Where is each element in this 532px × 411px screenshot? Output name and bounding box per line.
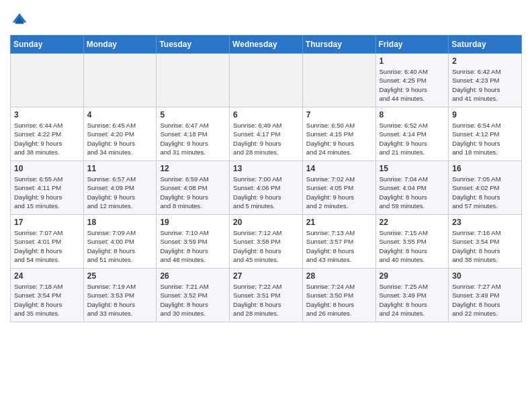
- day-info: Sunrise: 6:49 AM Sunset: 4:17 PM Dayligh…: [233, 121, 299, 156]
- day-number: 19: [160, 218, 226, 227]
- day-number: 4: [87, 110, 153, 120]
- day-info: Sunrise: 6:55 AM Sunset: 4:11 PM Dayligh…: [14, 175, 80, 210]
- weekday-header-friday: Friday: [375, 36, 449, 54]
- day-number: 17: [14, 218, 80, 227]
- calendar-cell: 29Sunrise: 7:25 AM Sunset: 3:49 PM Dayli…: [375, 269, 449, 322]
- calendar-table: SundayMondayTuesdayWednesdayThursdayFrid…: [10, 35, 522, 322]
- day-number: 25: [87, 271, 153, 281]
- calendar-week-3: 10Sunrise: 6:55 AM Sunset: 4:11 PM Dayli…: [11, 161, 522, 215]
- day-info: Sunrise: 7:04 AM Sunset: 4:04 PM Dayligh…: [380, 175, 445, 210]
- day-info: Sunrise: 6:50 AM Sunset: 4:15 PM Dayligh…: [306, 121, 372, 156]
- day-info: Sunrise: 7:02 AM Sunset: 4:05 PM Dayligh…: [306, 175, 372, 210]
- weekday-header-sunday: Sunday: [11, 36, 84, 54]
- day-number: 6: [233, 110, 299, 120]
- day-info: Sunrise: 7:22 AM Sunset: 3:51 PM Dayligh…: [233, 282, 299, 318]
- day-number: 18: [87, 218, 153, 227]
- calendar-cell: 2Sunrise: 6:42 AM Sunset: 4:23 PM Daylig…: [449, 54, 522, 107]
- calendar-cell: 23Sunrise: 7:16 AM Sunset: 3:54 PM Dayli…: [449, 215, 522, 269]
- day-number: 26: [160, 271, 226, 281]
- day-number: 8: [380, 110, 445, 120]
- day-info: Sunrise: 7:19 AM Sunset: 3:53 PM Dayligh…: [87, 282, 153, 318]
- calendar-week-4: 17Sunrise: 7:07 AM Sunset: 4:01 PM Dayli…: [11, 215, 522, 269]
- calendar-cell: 1Sunrise: 6:40 AM Sunset: 4:25 PM Daylig…: [375, 54, 449, 107]
- day-number: 1: [380, 56, 445, 66]
- calendar-week-2: 3Sunrise: 6:44 AM Sunset: 4:22 PM Daylig…: [11, 107, 522, 161]
- logo-icon: [10, 11, 29, 30]
- day-info: Sunrise: 7:24 AM Sunset: 3:50 PM Dayligh…: [306, 282, 372, 318]
- calendar-header: SundayMondayTuesdayWednesdayThursdayFrid…: [11, 36, 522, 54]
- calendar-cell: 19Sunrise: 7:10 AM Sunset: 3:59 PM Dayli…: [157, 215, 230, 269]
- day-info: Sunrise: 6:44 AM Sunset: 4:22 PM Dayligh…: [14, 121, 80, 156]
- calendar-cell: 30Sunrise: 7:27 AM Sunset: 3:49 PM Dayli…: [449, 269, 522, 322]
- day-info: Sunrise: 7:15 AM Sunset: 3:55 PM Dayligh…: [380, 228, 445, 264]
- calendar-cell: [302, 54, 375, 107]
- day-number: 30: [452, 271, 518, 281]
- calendar-cell: [157, 54, 230, 107]
- calendar-cell: 26Sunrise: 7:21 AM Sunset: 3:52 PM Dayli…: [157, 269, 230, 322]
- day-info: Sunrise: 7:16 AM Sunset: 3:54 PM Dayligh…: [452, 228, 518, 264]
- day-number: 9: [452, 110, 518, 120]
- calendar-cell: [83, 54, 157, 107]
- day-info: Sunrise: 7:09 AM Sunset: 4:00 PM Dayligh…: [87, 228, 153, 264]
- day-info: Sunrise: 6:52 AM Sunset: 4:14 PM Dayligh…: [380, 121, 445, 156]
- weekday-header-tuesday: Tuesday: [157, 36, 230, 54]
- day-number: 28: [306, 271, 372, 281]
- day-number: 24: [14, 271, 80, 281]
- calendar-cell: 21Sunrise: 7:13 AM Sunset: 3:57 PM Dayli…: [302, 215, 375, 269]
- day-number: 20: [233, 218, 299, 227]
- calendar-cell: 28Sunrise: 7:24 AM Sunset: 3:50 PM Dayli…: [302, 269, 375, 322]
- calendar-cell: [11, 54, 84, 107]
- calendar-body: 1Sunrise: 6:40 AM Sunset: 4:25 PM Daylig…: [11, 54, 522, 322]
- weekday-header-saturday: Saturday: [449, 36, 522, 54]
- calendar-week-1: 1Sunrise: 6:40 AM Sunset: 4:25 PM Daylig…: [11, 54, 522, 107]
- calendar-cell: 22Sunrise: 7:15 AM Sunset: 3:55 PM Dayli…: [375, 215, 449, 269]
- weekday-header-row: SundayMondayTuesdayWednesdayThursdayFrid…: [11, 36, 522, 54]
- day-info: Sunrise: 7:07 AM Sunset: 4:01 PM Dayligh…: [14, 228, 80, 264]
- calendar-cell: 24Sunrise: 7:18 AM Sunset: 3:54 PM Dayli…: [11, 269, 84, 322]
- calendar-cell: 13Sunrise: 7:00 AM Sunset: 4:06 PM Dayli…: [230, 161, 303, 215]
- calendar-cell: 9Sunrise: 6:54 AM Sunset: 4:12 PM Daylig…: [449, 107, 522, 161]
- calendar-cell: 6Sunrise: 6:49 AM Sunset: 4:17 PM Daylig…: [230, 107, 303, 161]
- day-info: Sunrise: 7:12 AM Sunset: 3:58 PM Dayligh…: [233, 228, 299, 264]
- calendar-cell: 15Sunrise: 7:04 AM Sunset: 4:04 PM Dayli…: [375, 161, 449, 215]
- day-number: 12: [160, 164, 226, 173]
- calendar-cell: 10Sunrise: 6:55 AM Sunset: 4:11 PM Dayli…: [11, 161, 84, 215]
- day-info: Sunrise: 7:05 AM Sunset: 4:02 PM Dayligh…: [452, 175, 518, 210]
- day-number: 21: [306, 218, 372, 227]
- weekday-header-monday: Monday: [83, 36, 157, 54]
- day-info: Sunrise: 7:25 AM Sunset: 3:49 PM Dayligh…: [380, 282, 445, 318]
- day-info: Sunrise: 7:13 AM Sunset: 3:57 PM Dayligh…: [306, 228, 372, 264]
- day-info: Sunrise: 6:40 AM Sunset: 4:25 PM Dayligh…: [380, 67, 445, 103]
- day-info: Sunrise: 7:00 AM Sunset: 4:06 PM Dayligh…: [233, 175, 299, 210]
- day-info: Sunrise: 6:45 AM Sunset: 4:20 PM Dayligh…: [87, 121, 153, 156]
- day-number: 23: [452, 218, 518, 227]
- day-number: 27: [233, 271, 299, 281]
- day-number: 11: [87, 164, 153, 173]
- weekday-header-wednesday: Wednesday: [230, 36, 303, 54]
- day-number: 13: [233, 164, 299, 173]
- calendar-cell: 4Sunrise: 6:45 AM Sunset: 4:20 PM Daylig…: [83, 107, 157, 161]
- calendar-cell: 7Sunrise: 6:50 AM Sunset: 4:15 PM Daylig…: [302, 107, 375, 161]
- calendar-cell: 20Sunrise: 7:12 AM Sunset: 3:58 PM Dayli…: [230, 215, 303, 269]
- day-number: 14: [306, 164, 372, 173]
- calendar-cell: 17Sunrise: 7:07 AM Sunset: 4:01 PM Dayli…: [11, 215, 84, 269]
- calendar-cell: 14Sunrise: 7:02 AM Sunset: 4:05 PM Dayli…: [302, 161, 375, 215]
- weekday-header-thursday: Thursday: [302, 36, 375, 54]
- calendar-week-5: 24Sunrise: 7:18 AM Sunset: 3:54 PM Dayli…: [11, 269, 522, 322]
- day-number: 16: [452, 164, 518, 173]
- calendar-cell: 3Sunrise: 6:44 AM Sunset: 4:22 PM Daylig…: [11, 107, 84, 161]
- day-number: 7: [306, 110, 372, 120]
- logo: [10, 11, 32, 30]
- day-info: Sunrise: 7:21 AM Sunset: 3:52 PM Dayligh…: [160, 282, 226, 318]
- day-number: 2: [452, 56, 518, 66]
- day-number: 5: [160, 110, 226, 120]
- calendar-cell: 12Sunrise: 6:59 AM Sunset: 4:08 PM Dayli…: [157, 161, 230, 215]
- day-info: Sunrise: 6:57 AM Sunset: 4:09 PM Dayligh…: [87, 175, 153, 210]
- calendar-cell: 25Sunrise: 7:19 AM Sunset: 3:53 PM Dayli…: [83, 269, 157, 322]
- day-number: 3: [14, 110, 80, 120]
- calendar-cell: 11Sunrise: 6:57 AM Sunset: 4:09 PM Dayli…: [83, 161, 157, 215]
- day-number: 10: [14, 164, 80, 173]
- page-container: SundayMondayTuesdayWednesdayThursdayFrid…: [0, 0, 532, 329]
- day-info: Sunrise: 6:42 AM Sunset: 4:23 PM Dayligh…: [452, 67, 518, 103]
- day-info: Sunrise: 7:10 AM Sunset: 3:59 PM Dayligh…: [160, 228, 226, 264]
